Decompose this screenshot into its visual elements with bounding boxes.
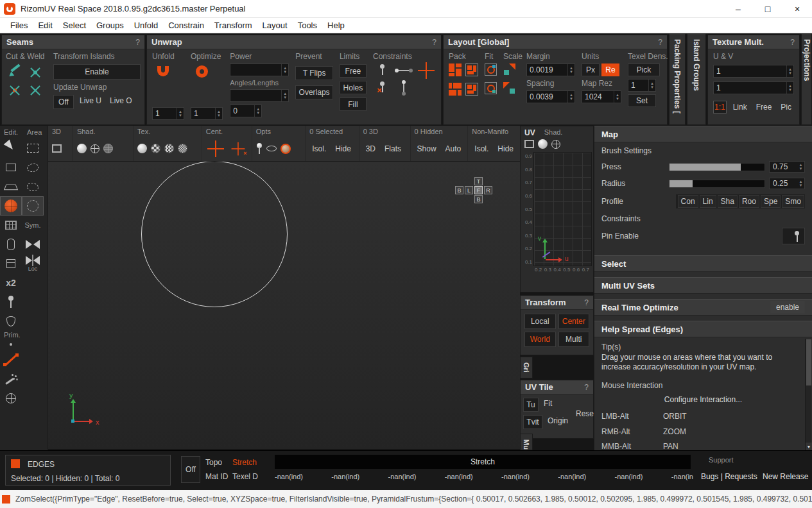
- configure-interaction-link[interactable]: Configure Interaction...: [594, 395, 812, 404]
- circle-select-tool[interactable]: [22, 196, 44, 216]
- grid-sphere-icon[interactable]: [103, 144, 113, 153]
- edge-segment-tool[interactable]: [0, 350, 22, 369]
- overlaps-button[interactable]: Overlaps: [295, 85, 333, 99]
- t-flips-button[interactable]: T Flips: [295, 66, 333, 80]
- multi-uv-sets-section-header[interactable]: Multi UV Sets: [594, 277, 812, 294]
- pin-enable-button[interactable]: .ic-pin.orange::before{background:#e8490…: [782, 228, 805, 244]
- scale-alt-icon[interactable]: [503, 82, 515, 94]
- pick-button[interactable]: Pick: [628, 64, 660, 76]
- help-spread-section-header[interactable]: Help Spread (Edges): [594, 321, 812, 337]
- menu-layout[interactable]: Layout: [257, 21, 293, 30]
- uv-shaded-icon[interactable]: [538, 139, 548, 149]
- right-panel-scrollbar[interactable]: ▼: [805, 339, 811, 450]
- shaded-sphere-icon[interactable]: [77, 144, 87, 153]
- minimize-button[interactable]: –: [723, 0, 753, 18]
- optimize-icon[interactable]: [196, 65, 208, 78]
- real-time-optimize-section-header[interactable]: Real Time Optimize enable: [594, 299, 812, 316]
- press-slider[interactable]: [669, 163, 765, 171]
- profile-constant-button[interactable]: Con: [678, 195, 698, 208]
- fit-alt-icon[interactable]: [485, 82, 497, 94]
- cut-edges-icon[interactable]: [26, 65, 44, 80]
- layout-help[interactable]: ?: [658, 38, 662, 47]
- center-button[interactable]: Center: [558, 314, 590, 329]
- scale-icon[interactable]: [503, 64, 515, 76]
- menu-constrain[interactable]: Constrain: [163, 21, 209, 30]
- menu-select[interactable]: Select: [58, 21, 91, 30]
- show-hidden-button[interactable]: Show: [415, 143, 439, 155]
- pic-button[interactable]: Pic: [778, 101, 794, 113]
- mirror-tool[interactable]: [22, 235, 44, 254]
- pack-boxed-icon[interactable]: [465, 64, 478, 76]
- fill-button[interactable]: Fill: [340, 97, 367, 111]
- tile-fit-button[interactable]: Fit: [541, 398, 555, 412]
- sphere-brush-tool[interactable]: [0, 196, 22, 216]
- enable-button[interactable]: Enable: [53, 64, 141, 80]
- uv-tile-help[interactable]: ?: [584, 383, 589, 392]
- mirror-axis-tool[interactable]: Loc: [22, 254, 44, 273]
- margin-spinner[interactable]: 0.0019▲▼: [526, 64, 575, 76]
- radius-value-spinner[interactable]: 0.25▲▼: [769, 178, 805, 189]
- transform-help[interactable]: ?: [584, 298, 589, 307]
- tile-u-button[interactable]: Tu: [523, 398, 539, 412]
- tab-projections[interactable]: Projections: [801, 33, 812, 125]
- maximize-button[interactable]: □: [753, 0, 782, 18]
- press-value-spinner[interactable]: 0.75▲▼: [769, 161, 805, 173]
- edge-color-swatch[interactable]: [11, 459, 20, 468]
- multi-button[interactable]: Multi: [558, 332, 590, 347]
- repack-boxed-icon[interactable]: [465, 83, 478, 96]
- pin-constraint-icon[interactable]: [373, 63, 391, 78]
- display-off-button[interactable]: Off: [181, 456, 200, 483]
- profile-root-button[interactable]: Roo: [739, 195, 759, 208]
- box-projection-tool[interactable]: [0, 254, 22, 273]
- unfold-icon[interactable]: [157, 66, 169, 76]
- edge-constraint-icon[interactable]: [395, 63, 413, 78]
- power-zero-spinner[interactable]: 0▲▼: [230, 105, 262, 117]
- checker-medium-icon[interactable]: [164, 144, 174, 153]
- ratio-button[interactable]: 1:1: [713, 101, 727, 114]
- edit-mode-label[interactable]: Edit.: [4, 128, 18, 136]
- tab-island-groups[interactable]: Island Groups: [687, 33, 706, 125]
- spray-brush-tool[interactable]: [0, 369, 22, 389]
- pin-display-icon[interactable]: [256, 143, 263, 155]
- frame-3d-icon[interactable]: [52, 144, 62, 153]
- live-u-button[interactable]: Live U: [77, 95, 104, 109]
- rto-enable-button[interactable]: enable: [770, 301, 805, 314]
- checker-fine-icon[interactable]: [178, 144, 187, 153]
- flats-button[interactable]: Flats: [382, 143, 404, 155]
- angles-lengths-spinner[interactable]: ▲▼: [230, 89, 289, 102]
- viewcube-bottom[interactable]: B: [474, 195, 483, 203]
- v-mult-spinner[interactable]: 1▲▼: [713, 81, 794, 94]
- x2-resolution-button[interactable]: x2: [0, 273, 22, 292]
- stretch-display-button[interactable]: Stretch: [230, 457, 259, 468]
- profile-linear-button[interactable]: Lin: [700, 195, 716, 208]
- plain-texture-icon[interactable]: [137, 144, 147, 153]
- menu-unfold[interactable]: Unfold: [129, 21, 164, 30]
- grid-snap-tool[interactable]: [0, 216, 22, 235]
- close-button[interactable]: ×: [782, 0, 812, 18]
- polygon-select-tool[interactable]: [22, 177, 44, 196]
- area-mode-label[interactable]: Area: [27, 128, 42, 136]
- pack-icon[interactable]: [449, 64, 462, 76]
- uv-frame-icon[interactable]: [524, 140, 534, 148]
- seams-help[interactable]: ?: [135, 38, 140, 47]
- map-section-header[interactable]: Map: [594, 126, 812, 142]
- topo-display-button[interactable]: Topo: [203, 457, 225, 468]
- delete-pin-icon[interactable]: ×: [373, 80, 391, 96]
- cut-weld-loop-icon[interactable]: [26, 83, 44, 98]
- globe-projection-tool[interactable]: [0, 389, 22, 408]
- mat-id-display-button[interactable]: Mat ID: [203, 471, 230, 482]
- profile-sharp-button[interactable]: Sha: [718, 195, 738, 208]
- profile-smooth-button[interactable]: Smo: [782, 195, 804, 208]
- highlight-sphere-icon[interactable]: [281, 144, 291, 154]
- set-button[interactable]: Set: [628, 94, 656, 107]
- bugs-requests-link[interactable]: Bugs | Requests: [701, 472, 757, 481]
- link-button[interactable]: Link: [730, 101, 750, 113]
- scrollbar-down-arrow[interactable]: ▼: [806, 443, 812, 450]
- re-button[interactable]: Re: [601, 64, 619, 76]
- transform-gizmo-tool[interactable]: [0, 158, 22, 177]
- menu-transform[interactable]: Transform: [209, 21, 257, 30]
- off-button[interactable]: Off: [53, 95, 74, 109]
- isolate-selected-button[interactable]: Isol.: [309, 143, 329, 155]
- viewcube-left[interactable]: L: [465, 186, 473, 194]
- pin-tool[interactable]: [0, 292, 22, 312]
